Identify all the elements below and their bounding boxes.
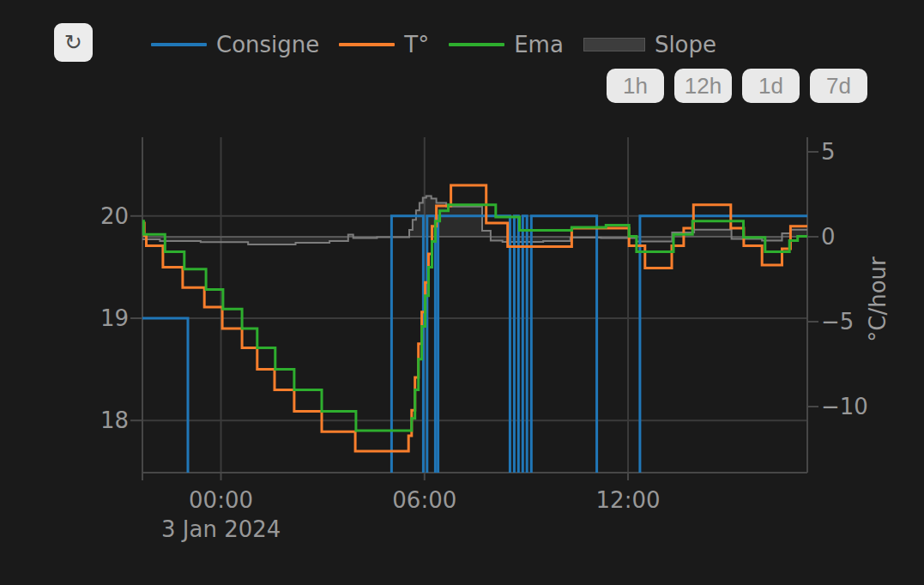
y-axis-tick-label: 19 bbox=[100, 305, 129, 331]
y2-axis-tick-label: 5 bbox=[821, 139, 836, 165]
x-axis-tick-label: 00:00 bbox=[189, 487, 253, 513]
x-axis-date-label: 3 Jan 2024 bbox=[161, 516, 281, 542]
x-axis-tick-label: 06:00 bbox=[392, 487, 456, 513]
app-root: { "toolbar": { "refresh_icon": "↻", "ran… bbox=[0, 0, 924, 585]
y2-axis-tick-label: −10 bbox=[821, 394, 868, 419]
y2-axis-title: °C/hour bbox=[865, 256, 891, 341]
y-axis-tick-label: 18 bbox=[100, 407, 129, 433]
x-axis-tick-label: 12:00 bbox=[596, 487, 661, 513]
y2-axis-tick-label: 0 bbox=[821, 224, 836, 250]
chart-canvas[interactable] bbox=[0, 0, 924, 585]
y-axis-tick-label: 20 bbox=[100, 203, 129, 229]
y2-axis-tick-label: −5 bbox=[821, 309, 854, 335]
